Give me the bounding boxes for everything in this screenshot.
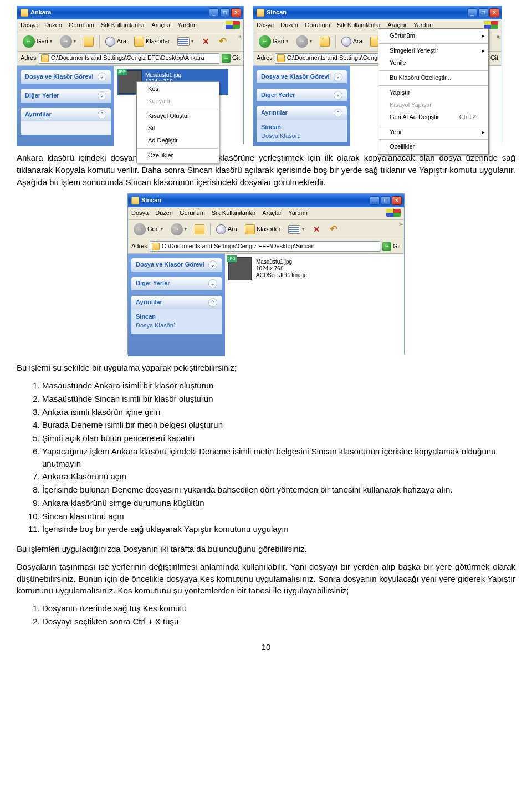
details-folder-name: Sincan — [261, 123, 342, 132]
folders-button[interactable]: Klasörler — [132, 35, 172, 48]
sidebar-tasks[interactable]: Dosya ve Klasör Görevl⌄ — [257, 70, 347, 83]
exercise-steps-list: Masaüstünde Ankara isimli bir klasör olu… — [42, 380, 515, 535]
menu-sik[interactable]: Sık Kullanılanlar — [337, 21, 381, 30]
ctx-customize[interactable]: Bu Klasörü Özelleştir... — [378, 72, 488, 84]
menu-sik[interactable]: Sık Kullanılanlar — [101, 21, 145, 30]
ctx-properties[interactable]: Özellikler — [137, 150, 219, 162]
folders-button[interactable]: Klasörler — [243, 223, 283, 235]
menu-duzen[interactable]: Düzen — [44, 21, 62, 30]
up-button[interactable] — [192, 223, 207, 235]
paragraph-exercise-intro: Bu işlemi şu şekilde bir uygulama yapara… — [17, 362, 515, 374]
cut-methods-list: Dosyanın üzerinde sağ tuş Kes komutu Dos… — [42, 602, 515, 628]
undo-button[interactable]: ↶ — [326, 224, 341, 235]
close-button[interactable]: × — [392, 196, 402, 205]
forward-button[interactable]: →▾ — [168, 222, 189, 237]
minimize-button[interactable]: _ — [467, 8, 477, 17]
menu-dosya[interactable]: Dosya — [257, 21, 274, 30]
screenshot-sincan-result: Sincan _ □ × Dosya Düzen Görünüm Sık Kul… — [127, 193, 405, 354]
details-folder-type: Dosya Klasörü — [261, 132, 342, 141]
page-number: 10 — [17, 641, 515, 653]
step-item: Masaüstünde Ankara isimli bir klasör olu… — [42, 380, 515, 392]
menu-dosya[interactable]: Dosya — [21, 21, 38, 30]
forward-button[interactable]: →▾ — [294, 34, 314, 49]
address-label: Adres — [131, 242, 147, 251]
maximize-button[interactable]: □ — [478, 8, 488, 17]
menu-duzen[interactable]: Düzen — [155, 209, 173, 218]
file-name: Masaüstü1.jpg — [145, 72, 196, 79]
ctx-view[interactable]: Görünüm — [378, 30, 488, 42]
paragraph-move: Dosyaların taşınması ise yerlerinin deği… — [17, 561, 515, 597]
ctx-paste-shortcut[interactable]: Kısayol Yapıştır — [378, 99, 488, 111]
search-button[interactable]: Ara — [103, 35, 129, 48]
step-item: İçerisinde boş bir yerde sağ tıklayarak … — [42, 523, 515, 535]
jpg-thumbnail-icon: JPG — [228, 257, 252, 280]
ctx-refresh[interactable]: Yenile — [378, 57, 488, 69]
minimize-button[interactable]: _ — [370, 196, 380, 205]
sidebar-places[interactable]: Diğer Yerler⌄ — [131, 277, 222, 290]
search-button[interactable]: Ara — [214, 223, 239, 235]
go-button[interactable]: →Git — [222, 54, 240, 63]
menu-araclar[interactable]: Araçlar — [262, 209, 282, 218]
address-label: Adres — [21, 54, 37, 63]
sidebar-places[interactable]: Diğer Yerler⌄ — [21, 89, 111, 103]
delete-button[interactable]: ✕ — [310, 224, 323, 235]
sidebar-tasks[interactable]: Dosya ve Klasör Görevl⌄ — [131, 258, 222, 272]
screenshot-ankara: Ankara _ □ × Dosya Düzen Görünüm Sık Kul… — [17, 6, 244, 144]
screenshot-sincan-empty: Sincan _ □ × Dosya Düzen Görünüm Sık Kul… — [253, 6, 502, 144]
file-type: ACDSee JPG Image — [256, 272, 307, 279]
ctx-shortcut[interactable]: Kısayol Oluştur — [137, 110, 219, 122]
step-item: Masaüstünde Sincan isimli bir klasör olu… — [42, 393, 515, 405]
sidebar-details[interactable]: Ayrıntılar⌃ Sincan Dosya Klasörü — [131, 296, 222, 334]
up-button[interactable] — [81, 35, 96, 48]
cut-method-item: Dosyanın üzerinde sağ tuş Kes komutu — [42, 602, 515, 615]
views-button[interactable]: ▾ — [175, 36, 196, 47]
views-button[interactable]: ▾ — [286, 224, 306, 235]
back-button[interactable]: ←Geri▾ — [131, 222, 165, 237]
menu-gorunum[interactable]: Görünüm — [69, 21, 94, 30]
address-field[interactable]: C:\Documents and Settings\Cengiz EFE\Des… — [39, 53, 219, 64]
sidebar-details[interactable]: Ayrıntılar⌃ Sincan Dosya Klasörü — [257, 106, 347, 142]
menu-yardim[interactable]: Yardım — [177, 21, 197, 30]
maximize-button[interactable]: □ — [220, 8, 230, 17]
sidebar-tasks[interactable]: Dosya ve Klasör Görevl⌄ — [21, 70, 111, 84]
close-button[interactable]: × — [231, 8, 241, 17]
forward-button[interactable]: →▾ — [58, 34, 78, 49]
windows-logo-icon — [386, 209, 401, 217]
ctx-arrange[interactable]: Simgeleri Yerleştir — [378, 45, 488, 57]
ctx-properties[interactable]: Özellikler — [378, 141, 488, 153]
go-button[interactable]: →Git — [382, 242, 401, 251]
menu-sik[interactable]: Sık Kullanılanlar — [212, 209, 256, 218]
delete-button[interactable]: ✕ — [199, 36, 212, 47]
menu-gorunum[interactable]: Görünüm — [305, 21, 330, 30]
ctx-delete[interactable]: Sil — [137, 122, 219, 135]
paragraph-intro: Ankara klasörü içindeki dosyanın kopyası… — [17, 152, 515, 188]
file-name: Masaüstü1.jpg — [256, 259, 307, 265]
paragraph-result: Bu işlemleri uyguladığınızda Dosyanın ik… — [17, 543, 515, 555]
ctx-paste[interactable]: Yapıştır — [378, 87, 488, 99]
back-button[interactable]: ←Geri▾ — [21, 34, 54, 49]
address-field[interactable]: C:\Documents and Settings\Cengiz EFE\Des… — [150, 241, 380, 252]
ctx-rename[interactable]: Ad Değiştir — [137, 135, 219, 147]
undo-button[interactable]: ↶ — [216, 36, 230, 47]
up-button[interactable] — [318, 35, 332, 48]
step-item: Ankara klasörünü simge durumuna küçültün — [42, 497, 515, 509]
window-title: Sincan — [141, 196, 161, 205]
ctx-new[interactable]: Yeni — [378, 126, 488, 139]
ctx-copy[interactable]: Kopyala — [137, 95, 219, 107]
back-button[interactable]: ←Geri▾ — [257, 34, 290, 49]
sidebar-details[interactable]: Ayrıntılar⌃ — [21, 108, 111, 135]
step-item: Ankara Klasörünü açın — [42, 470, 515, 483]
maximize-button[interactable]: □ — [381, 196, 391, 205]
file-item[interactable]: JPG Masaüstü1.jpg 1024 x 768 ACDSee JPG … — [228, 257, 401, 280]
menu-gorunum[interactable]: Görünüm — [180, 209, 205, 218]
close-button[interactable]: × — [489, 8, 499, 17]
menu-araclar[interactable]: Araçlar — [151, 21, 171, 30]
search-button[interactable]: Ara — [339, 35, 365, 48]
minimize-button[interactable]: _ — [209, 8, 219, 17]
menu-yardim[interactable]: Yardım — [288, 209, 308, 218]
menu-duzen[interactable]: Düzen — [280, 21, 298, 30]
ctx-cut[interactable]: Kes — [137, 83, 219, 95]
sidebar-places[interactable]: Diğer Yerler⌄ — [257, 89, 347, 101]
menu-dosya[interactable]: Dosya — [131, 209, 149, 218]
ctx-undo[interactable]: Geri Al Ad DeğiştirCtrl+Z — [378, 111, 488, 124]
